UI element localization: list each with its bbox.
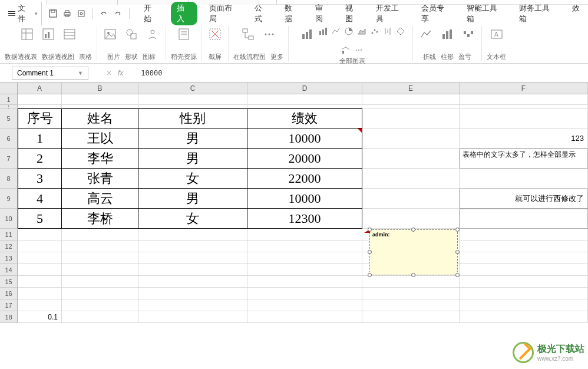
row-header-6[interactable]: 6 <box>0 129 18 149</box>
row-header-1[interactable]: 1 <box>0 94 18 105</box>
bar-chart-icon[interactable] <box>318 26 328 37</box>
spreadsheet-grid[interactable]: A B C D E F 1 ⋮ 5 序号 姓名 性别 绩效 6 1 王以 男 1… <box>0 83 588 323</box>
row-header-17[interactable]: 17 <box>0 299 18 311</box>
row-header-18[interactable]: 18 <box>0 311 18 323</box>
cell-C9[interactable]: 男 <box>138 189 247 209</box>
tab-vip[interactable]: 会员专享 <box>418 2 455 25</box>
col-header-C[interactable]: C <box>138 83 247 94</box>
more-chart-icon[interactable] <box>354 45 364 55</box>
file-menu[interactable]: 文件 ▾ <box>5 2 42 25</box>
textbox-icon[interactable]: A <box>488 26 505 42</box>
cell-C7[interactable]: 男 <box>138 149 247 169</box>
radar-icon[interactable] <box>395 26 406 37</box>
docer-icon[interactable] <box>176 26 192 42</box>
resize-handle[interactable] <box>455 250 460 254</box>
row-header-7[interactable]: 7 <box>0 149 18 169</box>
row-header-9[interactable]: 9 <box>0 189 18 209</box>
row-header-11[interactable]: 11 <box>0 229 18 240</box>
cell-C10[interactable]: 女 <box>138 209 247 229</box>
undo-icon[interactable] <box>98 7 111 20</box>
tab-formula[interactable]: 公式 <box>251 2 273 25</box>
tab-more[interactable]: 效 <box>569 2 583 25</box>
cell-A6[interactable]: 1 <box>18 129 62 149</box>
resize-handle[interactable] <box>455 273 460 277</box>
redo-icon[interactable] <box>111 7 124 20</box>
tab-finance[interactable]: 财务工具箱 <box>516 2 560 25</box>
col-header-D[interactable]: D <box>247 83 362 94</box>
cell-B9[interactable]: 高云 <box>62 189 138 209</box>
col-header-F[interactable]: F <box>460 83 588 94</box>
cell-F7[interactable]: 表格中的文字太多了，怎样全部显示 <box>460 149 588 169</box>
tab-view[interactable]: 视图 <box>342 2 364 25</box>
resize-handle[interactable] <box>411 273 415 277</box>
tab-smarttool[interactable]: 智能工具箱 <box>463 2 508 25</box>
row-header-13[interactable]: 13 <box>0 252 18 264</box>
cell-D10[interactable]: 12300 <box>247 209 362 229</box>
area-chart-icon[interactable] <box>356 26 367 37</box>
tab-review[interactable]: 审阅 <box>312 2 333 25</box>
cell-C6[interactable]: 男 <box>138 129 247 149</box>
cell-C8[interactable]: 女 <box>138 169 247 189</box>
name-box[interactable]: Comment 1 ▼ <box>12 67 88 80</box>
pie-chart-icon[interactable] <box>343 26 354 37</box>
shapes-icon[interactable] <box>123 26 140 42</box>
tab-data[interactable]: 数据 <box>281 2 303 25</box>
cell-D9[interactable]: 10000 <box>247 189 362 209</box>
picture-icon[interactable] <box>102 26 118 42</box>
col-header-E[interactable]: E <box>362 83 460 94</box>
cell-D8[interactable]: 22000 <box>247 169 362 189</box>
col-header-B[interactable]: B <box>62 83 138 94</box>
cell-B6[interactable]: 王以 <box>62 129 138 149</box>
cell-D6[interactable]: 10000 <box>247 129 362 149</box>
cell-B7[interactable]: 李华 <box>62 149 138 169</box>
cell-F6[interactable]: 123 <box>460 129 588 149</box>
row-header-12[interactable]: 12 <box>0 240 18 252</box>
cell-A7[interactable]: 2 <box>18 149 62 169</box>
row-header-14[interactable]: 14 <box>0 264 18 276</box>
tab-devtools[interactable]: 开发工具 <box>372 2 409 25</box>
pivot-table-icon[interactable] <box>19 26 35 42</box>
scatter-icon[interactable] <box>369 26 380 37</box>
cell-F9[interactable]: 就可以进行西修改了 <box>460 189 588 209</box>
cell-C5[interactable]: 性别 <box>138 108 247 129</box>
select-all-corner[interactable] <box>0 83 18 94</box>
line-chart-icon[interactable] <box>331 26 341 37</box>
pivot-chart-icon[interactable] <box>40 26 57 42</box>
save-icon[interactable] <box>47 7 60 20</box>
cell-B5[interactable]: 姓名 <box>62 108 138 129</box>
cell-D5[interactable]: 绩效 <box>247 108 362 129</box>
resize-handle[interactable] <box>368 273 372 277</box>
resize-handle[interactable] <box>368 228 372 232</box>
screenshot-icon[interactable] <box>207 26 223 42</box>
resize-handle[interactable] <box>368 250 372 254</box>
sparkline-column-icon[interactable] <box>439 26 455 42</box>
cell-B8[interactable]: 张青 <box>62 169 138 189</box>
col-header-A[interactable]: A <box>18 83 62 94</box>
row-header-15[interactable]: 15 <box>0 276 18 288</box>
row-header-10[interactable]: 10 <box>0 209 18 229</box>
tab-pagelayout[interactable]: 页面布局 <box>206 2 243 25</box>
cell-A9[interactable]: 4 <box>18 189 62 209</box>
tab-start[interactable]: 开始 <box>140 2 162 25</box>
table-icon[interactable] <box>61 26 78 42</box>
cell-A18[interactable]: 0.1 <box>18 311 62 323</box>
stock-icon[interactable] <box>382 26 393 37</box>
sparkline-winloss-icon[interactable] <box>460 26 477 42</box>
row-header-8[interactable]: 8 <box>0 169 18 189</box>
comment-box[interactable]: admin: <box>369 229 458 275</box>
flowchart-icon[interactable] <box>240 26 256 42</box>
preview-icon[interactable] <box>75 7 88 20</box>
all-charts-icon[interactable] <box>299 26 315 42</box>
cell-A8[interactable]: 3 <box>18 169 62 189</box>
formula-value[interactable]: 10000 <box>141 69 162 77</box>
combo-icon[interactable] <box>341 45 351 55</box>
cancel-icon[interactable]: ✕ <box>106 69 112 77</box>
cell-A5[interactable]: 序号 <box>18 108 62 129</box>
cell-D7[interactable]: 20000 <box>247 149 362 169</box>
resize-handle[interactable] <box>455 228 460 232</box>
more-icon[interactable] <box>261 26 278 42</box>
icons-icon[interactable] <box>144 26 161 42</box>
row-header-5[interactable]: 5 <box>0 108 18 129</box>
row-header-16[interactable]: 16 <box>0 288 18 299</box>
tab-insert[interactable]: 插入 <box>171 2 197 25</box>
